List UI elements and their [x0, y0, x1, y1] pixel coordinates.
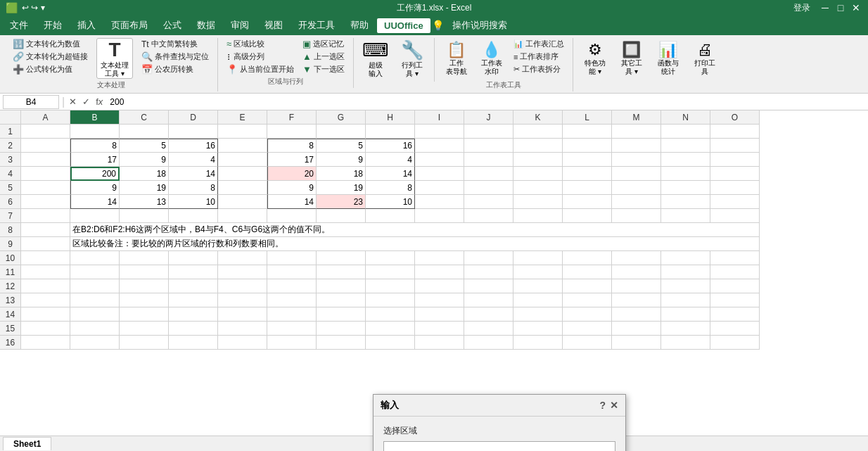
cell-N16[interactable]: [661, 336, 710, 350]
cell-b5[interactable]: 9: [70, 181, 120, 195]
cell-k6[interactable]: [513, 195, 563, 209]
menu-data[interactable]: 数据: [190, 17, 222, 34]
cell-J13[interactable]: [464, 293, 513, 307]
cell-K13[interactable]: [513, 293, 563, 307]
cell-O16[interactable]: [710, 336, 760, 350]
cell-m6[interactable]: [612, 195, 661, 209]
cell-i5[interactable]: [415, 181, 464, 195]
cell-K11[interactable]: [513, 265, 563, 279]
cell-e3[interactable]: [218, 153, 267, 167]
dialog-help-icon[interactable]: ?: [599, 400, 606, 411]
btn-print[interactable]: 🖨 打印工具: [689, 38, 721, 79]
menu-insert[interactable]: 插入: [70, 17, 103, 34]
cell-N13[interactable]: [661, 293, 710, 307]
cell-f3[interactable]: 17: [267, 153, 317, 167]
menu-home[interactable]: 开始: [37, 17, 69, 34]
cell-L16[interactable]: [563, 336, 612, 350]
cell-N15[interactable]: [661, 322, 710, 336]
cell-d1[interactable]: [169, 125, 218, 139]
cell-B16[interactable]: [70, 336, 120, 350]
cell-o6[interactable]: [710, 195, 760, 209]
cell-J11[interactable]: [464, 265, 513, 279]
cell-o2[interactable]: [710, 139, 760, 153]
cell-b3[interactable]: 17: [70, 153, 120, 167]
cell-E15[interactable]: [218, 322, 267, 336]
cell-b6[interactable]: 14: [70, 195, 120, 209]
btn-advanced-split[interactable]: ⫶ 高级分列: [224, 51, 297, 63]
cell-H11[interactable]: [366, 265, 415, 279]
cell-H15[interactable]: [366, 322, 415, 336]
cell-B10[interactable]: [70, 251, 120, 265]
cell-h6[interactable]: 10: [366, 195, 415, 209]
cell-B13[interactable]: [70, 293, 120, 307]
cell-b9[interactable]: 区域比较备注：要比较的两片区域的行数和列数要相同。: [70, 237, 760, 251]
row-header-8[interactable]: 8: [0, 223, 21, 237]
row-header-11[interactable]: 11: [0, 265, 21, 279]
cell-c1[interactable]: [120, 125, 169, 139]
btn-text-tool-center[interactable]: T 文本处理工具 ▾: [96, 38, 133, 79]
cell-c2[interactable]: 5: [120, 139, 169, 153]
menu-search[interactable]: 操作说明搜索: [445, 17, 514, 34]
cell-l6[interactable]: [563, 195, 612, 209]
cell-M14[interactable]: [612, 307, 661, 322]
cell-D15[interactable]: [169, 322, 218, 336]
btn-text-to-value[interactable]: 🔢 文本转化为数值: [10, 38, 91, 50]
cell-O15[interactable]: [710, 322, 760, 336]
input-dialog[interactable]: 输入 ? ✕ 选择区域: [373, 394, 626, 421]
cell-A15[interactable]: [21, 322, 70, 336]
row-header-10[interactable]: 10: [0, 251, 21, 265]
cell-C16[interactable]: [120, 336, 169, 350]
cell-B11[interactable]: [70, 265, 120, 279]
cell-g3[interactable]: 9: [317, 153, 366, 167]
cell-H16[interactable]: [366, 336, 415, 350]
cell-k5[interactable]: [513, 181, 563, 195]
cell-C10[interactable]: [120, 251, 169, 265]
cell-h7[interactable]: [366, 209, 415, 223]
cell-g1[interactable]: [317, 125, 366, 139]
close-button[interactable]: ✕: [850, 2, 862, 13]
cell-m4[interactable]: [612, 167, 661, 181]
cell-d4[interactable]: 14: [169, 167, 218, 181]
cell-O10[interactable]: [710, 251, 760, 265]
cell-j4[interactable]: [464, 167, 513, 181]
cell-n3[interactable]: [661, 153, 710, 167]
cell-n5[interactable]: [661, 181, 710, 195]
cell-L12[interactable]: [563, 279, 612, 293]
cell-i4[interactable]: [415, 167, 464, 181]
cell-b4[interactable]: 200: [70, 167, 120, 181]
cell-F15[interactable]: [267, 322, 317, 336]
cancel-formula-icon[interactable]: ✕: [68, 96, 78, 107]
cell-D11[interactable]: [169, 265, 218, 279]
menu-view[interactable]: 视图: [257, 17, 290, 34]
cell-C14[interactable]: [120, 307, 169, 322]
cell-a1[interactable]: [21, 125, 70, 139]
cell-a2[interactable]: [21, 139, 70, 153]
btn-condition-find[interactable]: 🔍 条件查找与定位: [139, 51, 212, 63]
cell-G13[interactable]: [317, 293, 366, 307]
cell-O11[interactable]: [710, 265, 760, 279]
cell-A10[interactable]: [21, 251, 70, 265]
cell-L10[interactable]: [563, 251, 612, 265]
cell-a8[interactable]: [21, 223, 70, 237]
cell-J10[interactable]: [464, 251, 513, 265]
cell-K15[interactable]: [513, 322, 563, 336]
cell-J15[interactable]: [464, 322, 513, 336]
cell-L13[interactable]: [563, 293, 612, 307]
cell-D16[interactable]: [169, 336, 218, 350]
cell-h3[interactable]: 4: [366, 153, 415, 167]
insert-function-icon[interactable]: fx: [94, 96, 104, 107]
cell-m7[interactable]: [612, 209, 661, 223]
col-header-n[interactable]: N: [661, 110, 710, 125]
cell-G14[interactable]: [317, 307, 366, 322]
maximize-button[interactable]: □: [834, 2, 847, 13]
cell-e1[interactable]: [218, 125, 267, 139]
row-header-9[interactable]: 9: [0, 237, 21, 251]
btn-super-input[interactable]: ⌨ 超级输入: [359, 38, 392, 79]
cell-a3[interactable]: [21, 153, 70, 167]
cell-K16[interactable]: [513, 336, 563, 350]
row-header-16[interactable]: 16: [0, 336, 21, 350]
btn-other-tools[interactable]: 🔲 其它工具 ▾: [615, 38, 648, 79]
cell-C11[interactable]: [120, 265, 169, 279]
col-header-k[interactable]: K: [513, 110, 563, 125]
col-header-l[interactable]: L: [563, 110, 612, 125]
